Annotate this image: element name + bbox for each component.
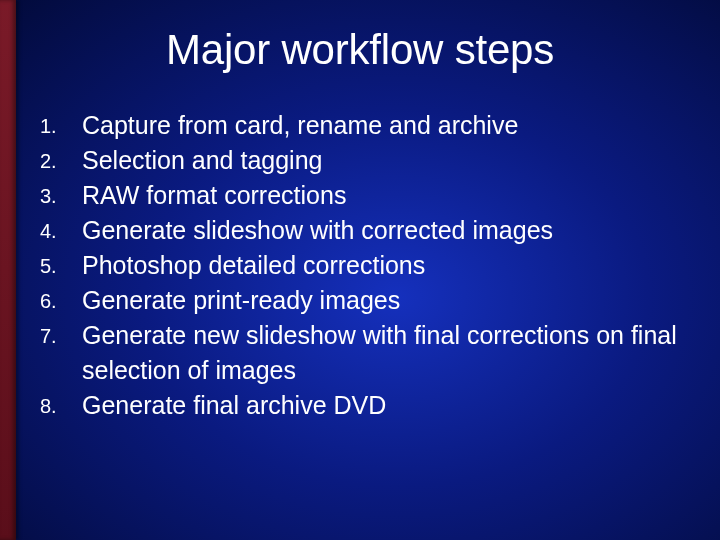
item-text: Selection and tagging [82,143,362,178]
list-item: 1. Capture from card, rename and archive [40,108,720,143]
list-item: 5. Photoshop detailed corrections [40,248,720,283]
item-text: Generate new slideshow with final correc… [82,318,720,388]
item-text: Capture from card, rename and archive [82,108,558,143]
item-text: Photoshop detailed corrections [82,248,465,283]
item-number: 4. [40,213,82,245]
item-number: 3. [40,178,82,210]
item-text: Generate print-ready images [82,283,440,318]
item-text: Generate final archive DVD [82,388,426,423]
item-number: 8. [40,388,82,420]
item-number: 1. [40,108,82,140]
list-item: 6. Generate print-ready images [40,283,720,318]
slide-title: Major workflow steps [0,0,720,108]
item-number: 6. [40,283,82,315]
list-item: 7. Generate new slideshow with final cor… [40,318,720,388]
list-item: 2. Selection and tagging [40,143,720,178]
list-item: 3. RAW format corrections [40,178,720,213]
item-text: Generate slideshow with corrected images [82,213,593,248]
item-number: 5. [40,248,82,280]
item-text: RAW format corrections [82,178,386,213]
list-item: 4. Generate slideshow with corrected ima… [40,213,720,248]
step-list: 1. Capture from card, rename and archive… [0,108,720,423]
item-number: 7. [40,318,82,350]
item-number: 2. [40,143,82,175]
list-item: 8. Generate final archive DVD [40,388,720,423]
left-accent-bar [0,0,16,540]
